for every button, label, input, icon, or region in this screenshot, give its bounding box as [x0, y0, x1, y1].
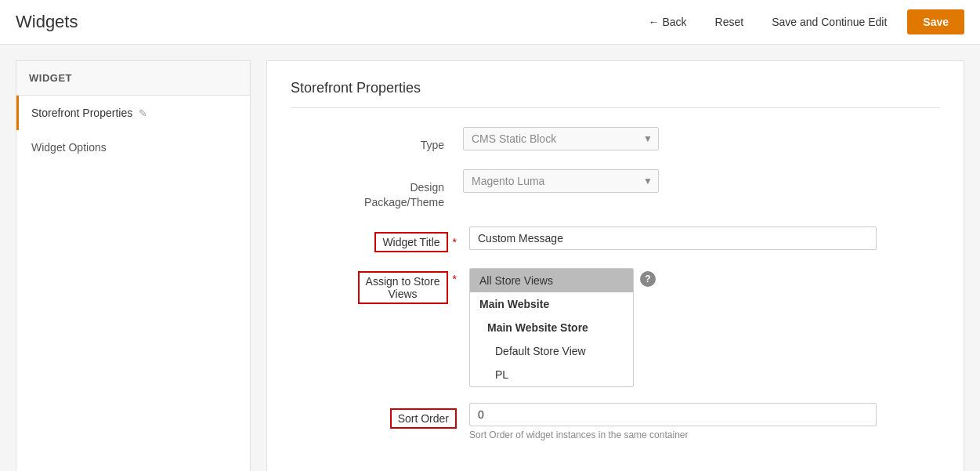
widget-title-label: Widget Title: [374, 232, 447, 252]
back-arrow-icon: ←: [648, 16, 659, 28]
design-theme-control: Magento Luma Magento Blank ▼: [463, 169, 870, 193]
content-area: Storefront Properties Type CMS Static Bl…: [266, 60, 964, 471]
sidebar-item-label-storefront: Storefront Properties: [31, 107, 132, 119]
store-view-all[interactable]: All Store Views: [470, 269, 633, 292]
sidebar-item-widget-options[interactable]: Widget Options: [16, 130, 250, 165]
reset-button[interactable]: Reset: [707, 11, 752, 33]
store-views-label-wrapper: Assign to StoreViews *: [291, 268, 463, 304]
form-row-type: Type CMS Static Block CMS Page Link CMS …: [291, 127, 940, 154]
store-view-main-website-store[interactable]: Main Website Store: [470, 316, 633, 339]
save-button[interactable]: Save: [907, 9, 964, 34]
edit-icon: ✎: [139, 107, 147, 119]
sort-order-hint: Sort Order of widget instances in the sa…: [469, 429, 877, 440]
store-views-label: Assign to StoreViews: [358, 271, 448, 304]
store-views-listbox[interactable]: All Store Views Main Website Main Websit…: [469, 268, 634, 387]
design-theme-label: DesignPackage/Theme: [300, 175, 457, 211]
type-select-wrapper: CMS Static Block CMS Page Link CMS Stati…: [463, 127, 659, 150]
type-control: CMS Static Block CMS Page Link CMS Stati…: [463, 127, 870, 150]
design-theme-select-wrapper: Magento Luma Magento Blank ▼: [463, 169, 659, 193]
widget-title-required: *: [453, 236, 457, 248]
type-label-wrapper: Type: [291, 127, 463, 154]
sidebar-section-label: WIDGET: [16, 61, 250, 96]
sidebar-item-label-widget-options: Widget Options: [31, 141, 107, 154]
store-views-required: *: [453, 271, 457, 285]
type-label: Type: [300, 132, 457, 154]
store-views-control: All Store Views Main Website Main Websit…: [469, 268, 877, 387]
sort-order-label: Sort Order: [390, 408, 457, 429]
section-title: Storefront Properties: [291, 80, 940, 108]
main-content: WIDGET Storefront Properties ✎ Widget Op…: [0, 45, 980, 471]
store-views-help-icon[interactable]: ?: [640, 271, 656, 287]
listbox-wrapper: All Store Views Main Website Main Websit…: [469, 268, 877, 387]
store-view-pl[interactable]: PL: [470, 363, 633, 386]
store-view-default[interactable]: Default Store View: [470, 339, 633, 363]
back-button[interactable]: ← Back: [640, 11, 694, 33]
page-header: Widgets ← Back Reset Save and Continue E…: [0, 0, 980, 45]
design-theme-label-wrapper: DesignPackage/Theme: [291, 169, 463, 211]
form-row-store-views: Assign to StoreViews * All Store Views M…: [291, 268, 940, 387]
store-view-main-website[interactable]: Main Website: [470, 292, 633, 316]
form-row-design-theme: DesignPackage/Theme Magento Luma Magento…: [291, 169, 940, 211]
sort-order-input[interactable]: [469, 403, 877, 426]
sort-order-label-wrapper: Sort Order: [291, 403, 463, 429]
save-continue-button[interactable]: Save and Continue Edit: [764, 11, 895, 33]
header-actions: ← Back Reset Save and Continue Edit Save: [640, 9, 964, 34]
design-theme-select[interactable]: Magento Luma Magento Blank: [463, 169, 659, 193]
sidebar-item-storefront-properties[interactable]: Storefront Properties ✎: [16, 96, 250, 130]
widget-title-control: [469, 226, 877, 250]
type-select[interactable]: CMS Static Block CMS Page Link CMS Stati…: [463, 127, 659, 150]
sort-order-control: Sort Order of widget instances in the sa…: [469, 403, 877, 440]
widget-title-label-wrapper: Widget Title *: [291, 226, 463, 252]
page-title: Widgets: [16, 12, 78, 32]
form-row-widget-title: Widget Title *: [291, 226, 940, 252]
form-row-sort-order: Sort Order Sort Order of widget instance…: [291, 403, 940, 440]
widget-title-input[interactable]: [469, 226, 877, 250]
sidebar: WIDGET Storefront Properties ✎ Widget Op…: [16, 60, 251, 471]
